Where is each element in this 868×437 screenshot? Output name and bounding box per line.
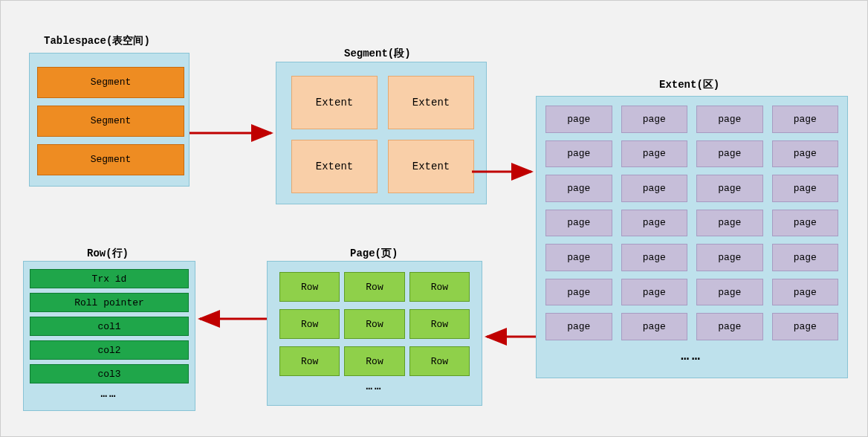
segment-container: Extent Extent Extent Extent bbox=[276, 62, 487, 204]
extent-page-item: page bbox=[772, 279, 839, 306]
extent-page-item: page bbox=[772, 210, 839, 237]
extent-page-item: page bbox=[545, 210, 612, 237]
extent-page-item: page bbox=[772, 244, 839, 271]
extent-page-item: page bbox=[545, 279, 612, 306]
extent-page-item: page bbox=[545, 140, 612, 168]
extent-page-item: page bbox=[545, 244, 612, 271]
extent-page-item: page bbox=[696, 175, 763, 202]
extent-page-item: page bbox=[696, 244, 763, 271]
extent-page-item: page bbox=[545, 313, 612, 340]
title-tablespace: Tablespace(表空间) bbox=[44, 34, 150, 48]
extent-page-item: page bbox=[621, 140, 688, 168]
title-row: Row(行) bbox=[87, 247, 129, 260]
segment-extent-item: Extent bbox=[388, 76, 474, 129]
extent-page-item: page bbox=[696, 313, 763, 340]
extent-page-item: page bbox=[621, 244, 688, 271]
row-field-list: Trx idRoll pointercol1col2col3 bbox=[24, 262, 195, 386]
page-row-item: Row bbox=[279, 272, 340, 302]
page-row-item: Row bbox=[344, 346, 404, 376]
row-field-item: Roll pointer bbox=[30, 293, 189, 312]
row-field-item: col1 bbox=[30, 317, 189, 336]
tablespace-segment-item: Segment bbox=[37, 106, 184, 137]
row-field-item: col2 bbox=[30, 340, 189, 360]
page-container: RowRowRowRowRowRowRowRowRow …… bbox=[267, 261, 482, 406]
tablespace-segment-item: Segment bbox=[37, 67, 184, 98]
extent-page-item: page bbox=[696, 106, 763, 133]
row-field-item: Trx id bbox=[30, 269, 189, 288]
title-page: Page(页) bbox=[350, 247, 398, 260]
page-ellipsis: …… bbox=[268, 381, 482, 392]
page-row-item: Row bbox=[409, 309, 470, 339]
page-row-item: Row bbox=[279, 309, 340, 339]
segment-extent-item: Extent bbox=[291, 140, 378, 193]
page-row-item: Row bbox=[279, 346, 340, 376]
title-extent: Extent(区) bbox=[659, 78, 719, 91]
page-row-item: Row bbox=[344, 309, 404, 339]
extent-page-item: page bbox=[772, 140, 839, 168]
title-segment: Segment(段) bbox=[344, 47, 411, 60]
extent-page-item: page bbox=[545, 175, 612, 202]
page-row-item: Row bbox=[344, 272, 404, 302]
extent-page-item: page bbox=[621, 313, 688, 340]
segment-extent-item: Extent bbox=[388, 140, 474, 193]
page-grid: pagepagepagepagepagepagepagepagepagepage… bbox=[537, 97, 847, 349]
extent-page-item: page bbox=[621, 106, 688, 133]
page-row-item: Row bbox=[409, 272, 470, 302]
extent-ellipsis: …… bbox=[537, 349, 847, 372]
extent-page-item: page bbox=[772, 313, 839, 340]
row-container: Trx idRoll pointercol1col2col3 …… bbox=[23, 261, 195, 411]
extent-container: pagepagepagepagepagepagepagepagepagepage… bbox=[536, 96, 848, 378]
row-grid: RowRowRowRowRowRowRowRowRow bbox=[268, 262, 482, 381]
extent-page-item: page bbox=[696, 279, 763, 306]
tablespace-container: Segment Segment Segment bbox=[29, 53, 190, 187]
extent-page-item: page bbox=[772, 106, 839, 133]
row-field-item: col3 bbox=[30, 364, 189, 383]
extent-page-item: page bbox=[545, 106, 612, 133]
segment-extent-item: Extent bbox=[291, 76, 378, 129]
page-row-item: Row bbox=[409, 346, 470, 376]
extent-page-item: page bbox=[621, 175, 688, 202]
row-ellipsis: …… bbox=[24, 386, 195, 400]
extent-page-item: page bbox=[696, 140, 763, 168]
tablespace-segment-item: Segment bbox=[37, 144, 184, 175]
extent-page-item: page bbox=[621, 210, 688, 237]
extent-page-item: page bbox=[772, 175, 839, 202]
extent-page-item: page bbox=[621, 279, 688, 306]
diagram-canvas: Tablespace(表空间) Segment(段) Extent(区) Pag… bbox=[0, 0, 868, 437]
extent-page-item: page bbox=[696, 210, 763, 237]
